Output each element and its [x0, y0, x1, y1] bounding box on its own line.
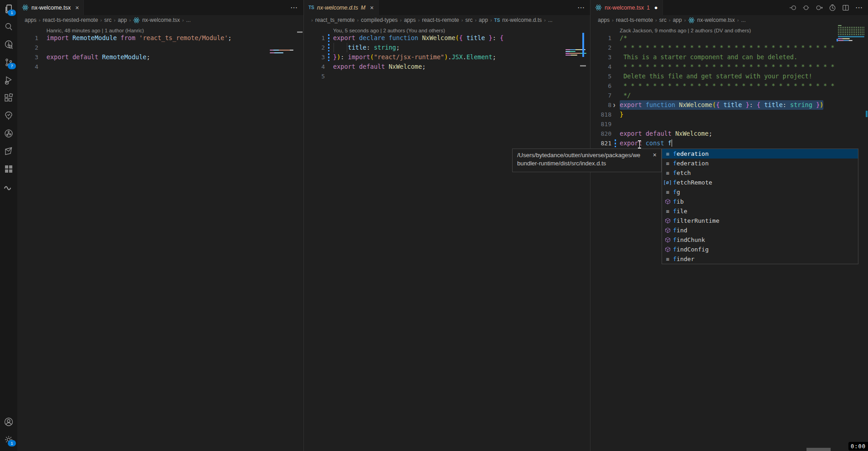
suggest-item[interactable]: ≡file	[662, 206, 858, 216]
suggest-item-label: fib	[673, 198, 683, 205]
suggest-item[interactable]: fib	[662, 197, 858, 206]
suggest-item[interactable]: ≡fetch	[662, 168, 858, 178]
tab-bar: TSnx-welcome.d.tsM× ⋯	[304, 0, 591, 15]
breadcrumb[interactable]: ›react_ts_remote›compiled-types›apps›rea…	[304, 15, 591, 25]
tab-close-icon[interactable]: ×	[370, 4, 374, 11]
activity-badge: 1	[8, 440, 16, 446]
breadcrumb-item[interactable]: ...	[741, 17, 745, 23]
code-text: * * * * * * * * * * * * * * * * * * * * …	[620, 43, 834, 52]
activity-extensions-icon[interactable]	[0, 89, 17, 107]
breadcrumb-separator-icon: ›	[311, 17, 313, 23]
suggest-item[interactable]: ≡federation	[662, 149, 858, 159]
breadcrumb-item[interactable]: react-ts-nested-remote	[43, 17, 98, 23]
tab-close-icon[interactable]: ×	[75, 4, 79, 11]
split-editor-icon[interactable]	[842, 4, 849, 11]
line-number: 820	[591, 129, 611, 138]
codelens[interactable]: You, 5 seconds ago | 2 authors (You and …	[304, 25, 591, 33]
code-text: /*	[620, 33, 627, 43]
overview-ruler-cursor	[580, 65, 586, 67]
activity-gitlens-icon[interactable]	[0, 36, 17, 53]
suggest-item[interactable]: findConfig	[662, 245, 858, 254]
activity-settings-icon[interactable]: 1	[0, 430, 17, 448]
breadcrumb-item[interactable]: app	[479, 17, 488, 23]
suggest-item[interactable]: ≡fg	[662, 187, 858, 197]
editor: You, 5 seconds ago | 2 authors (You and …	[304, 25, 591, 451]
breadcrumb-separator-icon: ›	[182, 17, 184, 23]
activity-search-icon[interactable]	[0, 18, 17, 36]
gitlens-clock-icon[interactable]	[829, 4, 836, 11]
breadcrumb-item[interactable]: nx-welcome.tsx	[142, 17, 180, 23]
activity-explorer-icon[interactable]: 1	[0, 0, 17, 18]
code-area[interactable]: 1import RemoteModule from 'react_ts_remo…	[17, 33, 303, 72]
nav-back-icon[interactable]	[789, 4, 796, 11]
line-number: 1	[17, 33, 38, 43]
tab-nx-welcome-tsx-right[interactable]: nx-welcome.tsx1●	[591, 0, 663, 15]
code-line: 4export default NxWelcome;	[304, 62, 591, 72]
suggest-item[interactable]: ≡federation	[662, 159, 858, 168]
circle-icon[interactable]	[802, 4, 810, 11]
symbol-method-icon	[665, 246, 671, 252]
code-area[interactable]: 1export declare function NxWelcome({ tit…	[304, 33, 591, 81]
suggest-item[interactable]: ≡finder	[662, 254, 858, 264]
suggest-details-tooltip: /Users/bytedance/outter/universe/package…	[512, 149, 662, 172]
breadcrumb-item[interactable]: ...	[186, 17, 191, 23]
breadcrumb-item[interactable]: nx-welcome.d.ts	[502, 17, 542, 23]
suggest-item[interactable]: filterRuntime	[662, 216, 858, 226]
activity-blocks-icon[interactable]	[0, 160, 17, 178]
breadcrumb-item[interactable]: nx-welcome.tsx	[697, 17, 735, 23]
breadcrumb-item[interactable]: react-ts-remote	[422, 17, 459, 23]
breadcrumb[interactable]: apps›react-ts-nested-remote›src›app›nx-w…	[17, 15, 303, 25]
breadcrumb-item[interactable]: apps	[404, 17, 416, 23]
circle-forward-icon[interactable]	[816, 4, 823, 11]
breadcrumb-item[interactable]: apps	[25, 17, 36, 23]
fold-chevron-icon[interactable]: ❯	[613, 100, 616, 110]
breadcrumb-item[interactable]: app	[673, 17, 682, 23]
suggest-item[interactable]: [ø]fetchRemote	[662, 178, 858, 187]
breadcrumb-separator-icon: ›	[737, 17, 739, 23]
breadcrumb-item[interactable]: ...	[548, 17, 553, 23]
breadcrumb-item[interactable]: react-ts-remote	[616, 17, 653, 23]
react-icon	[595, 4, 602, 11]
more-actions-icon[interactable]: ⋯	[577, 3, 585, 12]
code-area[interactable]: 1/*2 * * * * * * * * * * * * * * * * * *…	[591, 33, 868, 148]
activity-source-control-icon[interactable]: 7	[0, 53, 17, 71]
codelens[interactable]: Hanric, 48 minutes ago | 1 author (Hanri…	[17, 25, 303, 33]
activity-run-debug-icon[interactable]	[0, 71, 17, 89]
code-text: export function NxWelcome({ title }: { t…	[620, 100, 823, 110]
code-line: 2 * * * * * * * * * * * * * * * * * * * …	[591, 43, 868, 52]
code-line: 3 This is a starter component and can be…	[591, 52, 868, 62]
breadcrumb-item[interactable]: compiled-types	[361, 17, 398, 23]
more-actions-icon[interactable]: ⋯	[290, 3, 298, 12]
close-icon[interactable]: ×	[653, 152, 657, 158]
breadcrumb-item[interactable]: app	[118, 17, 127, 23]
activity-todo-tree-icon[interactable]	[0, 107, 17, 124]
activity-squiggle-icon[interactable]	[0, 178, 17, 195]
breadcrumb-separator-icon: ›	[684, 17, 686, 23]
suggest-item-icon: ≡	[662, 170, 673, 176]
breadcrumb[interactable]: apps›react-ts-remote›src›app›nx-welcome.…	[591, 15, 868, 25]
breadcrumb-item[interactable]: apps	[598, 17, 610, 23]
more-actions-icon[interactable]: ⋯	[855, 3, 863, 12]
tab-nx-welcome-tsx-left[interactable]: nx-welcome.tsx×	[17, 0, 84, 15]
codelens[interactable]: Zack Jackson, 9 months ago | 2 authors (…	[591, 25, 868, 33]
editor-actions: ⋯	[290, 0, 303, 15]
symbol-constant-icon: [ø]	[663, 180, 672, 185]
line-number: 1	[591, 33, 611, 43]
breadcrumb-item[interactable]: src	[465, 17, 473, 23]
code-text: }): import("react/jsx-runtime").JSX.Elem…	[333, 52, 496, 62]
breadcrumb-item[interactable]: react_ts_remote	[315, 17, 355, 23]
breadcrumb-item[interactable]: src	[104, 17, 112, 23]
suggest-item[interactable]: find	[662, 226, 858, 235]
tab-nx-welcome-dts[interactable]: TSnx-welcome.d.tsM×	[304, 0, 379, 15]
activity-nx-console-icon[interactable]	[0, 142, 17, 160]
editor-actions: ⋯	[789, 0, 868, 15]
gutter-decoration	[611, 110, 620, 119]
breadcrumb-item[interactable]: src	[659, 17, 667, 23]
suggest-item-icon: [ø]	[662, 180, 673, 185]
suggest-item[interactable]: findChunk	[662, 235, 858, 245]
activity-account-icon[interactable]	[0, 413, 17, 430]
activity-git-graph-icon[interactable]	[0, 124, 17, 142]
tab-dirty-dot[interactable]: ●	[654, 4, 658, 11]
gutter-decoration	[325, 43, 333, 52]
gutter-decoration	[38, 33, 46, 43]
